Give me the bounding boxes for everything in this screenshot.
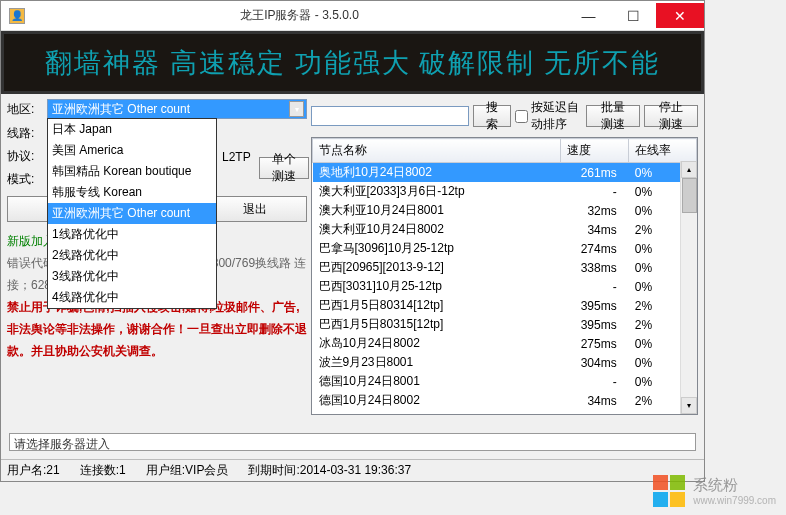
line-label: 线路: bbox=[7, 125, 47, 142]
search-input[interactable] bbox=[311, 106, 469, 126]
mode-label: 模式: bbox=[7, 171, 47, 188]
exit-button[interactable]: 退出 bbox=[204, 196, 307, 222]
table-row[interactable]: 巴西1月5日80314[12tp]395ms2% bbox=[313, 296, 697, 315]
ms-logo-icon bbox=[653, 475, 685, 507]
titlebar: 👤 龙王IP服务器 - 3.5.0.0 — ☐ ✕ bbox=[1, 1, 704, 31]
banner-slogan: 翻墙神器 高速稳定 功能强大 破解限制 无所不能 bbox=[1, 31, 704, 94]
dropdown-item[interactable]: 亚洲欧洲其它 Other count bbox=[48, 203, 216, 224]
app-icon: 👤 bbox=[9, 8, 25, 24]
col-node[interactable]: 节点名称 bbox=[313, 139, 561, 163]
watermark: 系统粉 www.win7999.com bbox=[653, 475, 776, 507]
table-row[interactable]: 澳大利亚[2033]3月6日-12tp-0% bbox=[313, 182, 697, 201]
dropdown-item[interactable]: 3线路优化中 bbox=[48, 266, 216, 287]
table-row[interactable]: 巴西[20965][2013-9-12]338ms0% bbox=[313, 258, 697, 277]
col-speed[interactable]: 速度 bbox=[561, 139, 629, 163]
table-row[interactable]: 冰岛10月24日8002275ms0% bbox=[313, 334, 697, 353]
scroll-up-icon[interactable]: ▴ bbox=[681, 161, 697, 178]
col-online[interactable]: 在线率 bbox=[629, 139, 697, 163]
scroll-thumb[interactable] bbox=[682, 178, 697, 213]
search-button[interactable]: 搜索 bbox=[473, 105, 511, 127]
auto-sort-checkbox[interactable]: 按延迟自动排序 bbox=[515, 99, 582, 133]
table-row[interactable]: 奥地利10月24日8002261ms0% bbox=[313, 163, 697, 183]
dropdown-item[interactable]: 4线路优化中 bbox=[48, 287, 216, 308]
stop-test-button[interactable]: 停止测速 bbox=[644, 105, 698, 127]
dropdown-item[interactable]: 1线路优化中 bbox=[48, 224, 216, 245]
table-row[interactable]: 澳大利亚10月24日800234ms2% bbox=[313, 220, 697, 239]
table-row[interactable]: 德国10月24日8001-0% bbox=[313, 372, 697, 391]
table-row[interactable]: 巴西[3031]10月25-12tp-0% bbox=[313, 277, 697, 296]
region-combo[interactable]: 亚洲欧洲其它 Other count ▾ bbox=[47, 99, 307, 119]
table-row[interactable]: 波兰9月23日8001304ms0% bbox=[313, 353, 697, 372]
minimize-button[interactable]: — bbox=[566, 3, 611, 28]
dropdown-item[interactable]: 日本 Japan bbox=[48, 119, 216, 140]
single-test-button[interactable]: 单个测速 bbox=[259, 157, 309, 179]
table-row[interactable]: 巴西1月5日80315[12tp]395ms2% bbox=[313, 315, 697, 334]
dropdown-item[interactable]: 韩国精品 Korean boutique bbox=[48, 161, 216, 182]
chevron-down-icon[interactable]: ▾ bbox=[289, 101, 304, 117]
hint-bar: 请选择服务器进入 bbox=[9, 433, 696, 451]
batch-test-button[interactable]: 批量测速 bbox=[586, 105, 640, 127]
status-conn: 连接数:1 bbox=[80, 462, 126, 479]
dropdown-item[interactable]: 2线路优化中 bbox=[48, 245, 216, 266]
table-row[interactable]: 德国10月24日800234ms2% bbox=[313, 391, 697, 410]
dropdown-item[interactable]: 韩服专线 Korean bbox=[48, 182, 216, 203]
scroll-down-icon[interactable]: ▾ bbox=[681, 397, 697, 414]
maximize-button[interactable]: ☐ bbox=[611, 3, 656, 28]
region-dropdown[interactable]: 日本 Japan美国 America韩国精品 Korean boutique韩服… bbox=[47, 118, 217, 309]
scrollbar[interactable]: ▴ ▾ bbox=[680, 161, 697, 414]
status-bar: 用户名:21 连接数:1 用户组:VIP会员 到期时间:2014-03-31 1… bbox=[1, 459, 704, 481]
table-row[interactable]: 澳大利亚10月24日800132ms0% bbox=[313, 201, 697, 220]
table-row[interactable]: 巴拿马[3096]10月25-12tp274ms0% bbox=[313, 239, 697, 258]
status-group: 用户组:VIP会员 bbox=[146, 462, 229, 479]
dropdown-item[interactable]: 美国 America bbox=[48, 140, 216, 161]
window-title: 龙王IP服务器 - 3.5.0.0 bbox=[33, 7, 566, 24]
server-table[interactable]: 节点名称 速度 在线率 奥地利10月24日8002261ms0%澳大利亚[203… bbox=[311, 137, 698, 415]
status-user: 用户名:21 bbox=[7, 462, 60, 479]
proto-value: L2TP bbox=[222, 150, 251, 164]
close-button[interactable]: ✕ bbox=[656, 3, 704, 28]
region-label: 地区: bbox=[7, 101, 47, 118]
status-expire: 到期时间:2014-03-31 19:36:37 bbox=[248, 462, 411, 479]
proto-label: 协议: bbox=[7, 148, 47, 165]
